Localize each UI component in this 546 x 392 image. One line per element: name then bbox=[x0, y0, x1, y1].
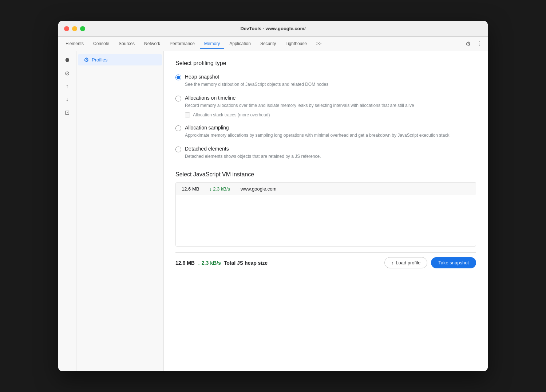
upload-icon[interactable]: ↑ bbox=[62, 80, 73, 92]
footer: 12.6 MB 2.3 kB/s Total JS heap size ↑ Lo… bbox=[175, 252, 476, 268]
tab-elements[interactable]: Elements bbox=[61, 39, 88, 49]
tab-overflow[interactable]: >> bbox=[312, 39, 326, 49]
tab-security[interactable]: Security bbox=[256, 39, 280, 49]
stop-icon[interactable]: ⊘ bbox=[62, 67, 73, 79]
vm-memory: 12.6 MB bbox=[182, 186, 203, 192]
tab-console[interactable]: Console bbox=[89, 39, 114, 49]
profiling-options: Heap snapshot See the memory distributio… bbox=[175, 74, 476, 160]
more-icon[interactable]: ⋮ bbox=[475, 39, 485, 49]
vm-section-title: Select JavaScript VM instance bbox=[175, 171, 476, 178]
load-profile-button[interactable]: ↑ Load profile bbox=[384, 257, 427, 268]
option-allocations-timeline-label: Allocations on timeline bbox=[185, 95, 414, 101]
main-content: Select profiling type Heap snapshot See … bbox=[164, 51, 488, 371]
option-allocations-timeline: Allocations on timeline Record memory al… bbox=[175, 95, 476, 117]
checkbox-row: Allocation stack traces (more overhead) bbox=[185, 112, 414, 117]
devtools-body: ⏺ ⊘ ↑ ↓ ⊡ ⚙ Profiles Select profiling ty… bbox=[58, 51, 488, 371]
option-allocation-sampling-content: Allocation sampling Approximate memory a… bbox=[185, 125, 449, 139]
tab-bar: Elements Console Sources Network Perform… bbox=[58, 37, 488, 51]
traffic-lights bbox=[64, 26, 85, 31]
option-heap-snapshot: Heap snapshot See the memory distributio… bbox=[175, 74, 476, 88]
footer-label: Total JS heap size bbox=[224, 260, 268, 266]
option-allocation-sampling-label: Allocation sampling bbox=[185, 125, 449, 131]
vm-row[interactable]: 12.6 MB 2.3 kB/s www.google.com bbox=[176, 183, 476, 195]
vm-table: 12.6 MB 2.3 kB/s www.google.com bbox=[175, 182, 476, 247]
option-allocation-sampling-desc: Approximate memory allocations by sampli… bbox=[185, 132, 449, 139]
download-icon[interactable]: ↓ bbox=[62, 93, 73, 105]
option-detached-elements: Detached elements Detached elements show… bbox=[175, 146, 476, 160]
tab-lighthouse[interactable]: Lighthouse bbox=[281, 39, 311, 49]
option-allocations-timeline-content: Allocations on timeline Record memory al… bbox=[185, 95, 414, 117]
radio-allocation-sampling[interactable] bbox=[175, 125, 181, 131]
radio-heap-snapshot[interactable] bbox=[175, 75, 181, 80]
footer-rate: 2.3 kB/s bbox=[198, 260, 221, 266]
footer-buttons: ↑ Load profile Take snapshot bbox=[384, 257, 476, 268]
vm-url: www.google.com bbox=[241, 186, 276, 192]
checkbox-allocation-stack-traces-label: Allocation stack traces (more overhead) bbox=[193, 112, 270, 117]
option-detached-elements-label: Detached elements bbox=[185, 146, 321, 152]
option-heap-snapshot-label: Heap snapshot bbox=[185, 74, 328, 80]
record-icon[interactable]: ⏺ bbox=[62, 54, 73, 66]
option-detached-elements-desc: Detached elements shows objects that are… bbox=[185, 153, 321, 160]
toolbar-icons: ⚙ ⋮ bbox=[463, 39, 485, 49]
tab-sources[interactable]: Sources bbox=[114, 39, 139, 49]
load-profile-label: Load profile bbox=[396, 260, 420, 265]
footer-stats: 12.6 MB 2.3 kB/s Total JS heap size bbox=[175, 260, 268, 266]
section-title: Select profiling type bbox=[175, 60, 476, 67]
option-allocation-sampling: Allocation sampling Approximate memory a… bbox=[175, 125, 476, 139]
tab-application[interactable]: Application bbox=[225, 39, 255, 49]
vm-rate: 2.3 kB/s bbox=[209, 186, 235, 192]
radio-detached-elements[interactable] bbox=[175, 147, 181, 152]
action-bar: ⏺ ⊘ ↑ ↓ ⊡ bbox=[58, 51, 76, 371]
sidebar-item-label: Profiles bbox=[92, 57, 107, 63]
devtools-window: DevTools - www.google.com/ Elements Cons… bbox=[58, 21, 488, 371]
tab-performance[interactable]: Performance bbox=[165, 39, 199, 49]
option-detached-elements-content: Detached elements Detached elements show… bbox=[185, 146, 321, 160]
sidebar-item-profiles[interactable]: ⚙ Profiles bbox=[78, 54, 162, 65]
footer-memory: 12.6 MB bbox=[175, 260, 195, 266]
close-button[interactable] bbox=[64, 26, 69, 31]
checkbox-allocation-stack-traces[interactable] bbox=[185, 112, 190, 117]
option-heap-snapshot-content: Heap snapshot See the memory distributio… bbox=[185, 74, 328, 88]
minimize-button[interactable] bbox=[72, 26, 77, 31]
maximize-button[interactable] bbox=[80, 26, 85, 31]
vm-empty-space bbox=[176, 195, 476, 246]
profiles-icon: ⚙ bbox=[84, 56, 89, 63]
option-allocations-timeline-desc: Record memory allocations over time and … bbox=[185, 102, 414, 109]
radio-allocations-timeline[interactable] bbox=[175, 96, 181, 101]
upload-icon-small: ↑ bbox=[391, 260, 394, 265]
titlebar: DevTools - www.google.com/ bbox=[58, 21, 488, 37]
sidebar: ⚙ Profiles bbox=[76, 51, 164, 371]
settings-icon[interactable]: ⚙ bbox=[463, 39, 473, 49]
take-snapshot-button[interactable]: Take snapshot bbox=[431, 257, 476, 268]
tab-network[interactable]: Network bbox=[140, 39, 165, 49]
tab-memory[interactable]: Memory bbox=[200, 39, 224, 49]
option-heap-snapshot-desc: See the memory distribution of JavaScrip… bbox=[185, 81, 328, 88]
window-title: DevTools - www.google.com/ bbox=[240, 26, 305, 31]
clear-icon[interactable]: ⊡ bbox=[62, 107, 73, 118]
